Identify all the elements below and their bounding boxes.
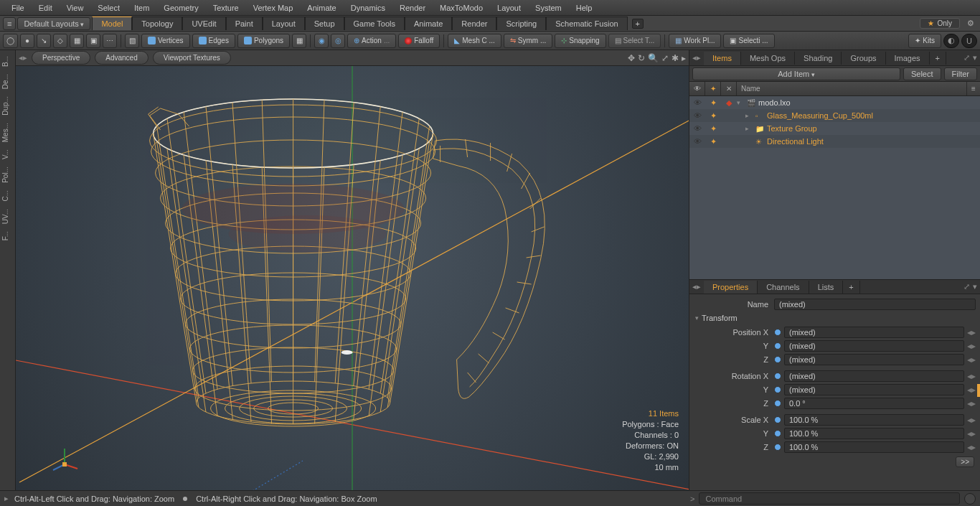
property-value-field[interactable]: (mixed) bbox=[784, 354, 964, 365]
menu-layout[interactable]: Layout bbox=[490, 1, 528, 14]
add-props-tab[interactable]: + bbox=[843, 281, 859, 294]
symmetry-dropdown[interactable]: ⇋ Symm ... bbox=[504, 34, 552, 48]
property-value-field[interactable]: (mixed) bbox=[784, 327, 964, 338]
shape-node-icon[interactable]: ◇ bbox=[53, 34, 67, 48]
menu-view[interactable]: View bbox=[60, 1, 91, 14]
property-value-field[interactable]: (mixed) bbox=[784, 384, 964, 395]
leftstrip-mes[interactable]: Mes... bbox=[0, 120, 15, 145]
items-tab[interactable]: Items bbox=[704, 52, 741, 65]
maximize-view-icon[interactable]: ⤢ bbox=[661, 53, 669, 63]
leftstrip-pol[interactable]: Pol... bbox=[0, 164, 15, 186]
property-value-field[interactable]: 100.0 % bbox=[784, 428, 964, 439]
layout-tab-schematic-fusion[interactable]: Schematic Fusion bbox=[546, 17, 627, 30]
solo-toggle[interactable]: ✦ bbox=[705, 96, 721, 109]
spinner-icon[interactable]: ◂▸ bbox=[967, 415, 976, 425]
add-item-dropdown[interactable]: Add Item bbox=[692, 67, 900, 80]
menu-geometry[interactable]: Geometry bbox=[156, 1, 205, 14]
viewport-options-icon[interactable]: ◂▸ bbox=[19, 53, 27, 62]
spinner-icon[interactable]: ◂▸ bbox=[967, 385, 976, 395]
leftstrip-c[interactable]: C... bbox=[0, 187, 15, 205]
keyframe-dot-icon[interactable] bbox=[774, 386, 781, 393]
layout-tab-setup[interactable]: Setup bbox=[305, 17, 344, 30]
solo-column-icon[interactable]: ✦ bbox=[705, 82, 721, 95]
keyframe-dot-icon[interactable] bbox=[774, 416, 781, 423]
groups-tab[interactable]: Groups bbox=[842, 52, 885, 65]
polygons-button[interactable]: Polygons bbox=[237, 34, 290, 48]
visibility-toggle[interactable]: 👁 bbox=[689, 96, 705, 109]
name-field[interactable]: (mixed) bbox=[774, 299, 976, 310]
selection-dropdown[interactable]: ▣ Selecti ... bbox=[723, 34, 774, 48]
property-value-field[interactable]: 100.0 % bbox=[784, 441, 964, 453]
solo-toggle[interactable]: ✦ bbox=[705, 109, 721, 122]
property-value-field[interactable]: (mixed) bbox=[784, 340, 964, 352]
leftstrip-de[interactable]: De... bbox=[0, 71, 15, 92]
leftstrip-dup[interactable]: Dup... bbox=[0, 93, 15, 118]
solo-toggle[interactable]: ✦ bbox=[705, 122, 721, 135]
tree-row[interactable]: 👁✦▸▫ Glass_Measuring_Cup_500ml bbox=[689, 109, 980, 122]
layout-tab-layout[interactable]: Layout bbox=[263, 17, 305, 30]
leftstrip-v[interactable]: V... bbox=[0, 146, 15, 162]
close-panel-icon[interactable]: ▾ bbox=[973, 53, 977, 62]
spinner-icon[interactable]: ◂▸ bbox=[967, 398, 976, 408]
edges-button[interactable]: Edges bbox=[192, 34, 235, 48]
layout-tab-topology[interactable]: Topology bbox=[132, 17, 182, 30]
default-layouts-dropdown[interactable]: Default Layouts bbox=[17, 17, 90, 30]
panel-options-icon[interactable]: ◂▸ bbox=[689, 53, 704, 62]
tree-item-name[interactable]: ☀ Directional Light bbox=[737, 135, 980, 148]
menu-maxtomodo[interactable]: MaxToModo bbox=[433, 1, 490, 14]
spinner-icon[interactable]: ◂▸ bbox=[967, 428, 976, 439]
engine-octane-icon[interactable]: ◐ bbox=[943, 34, 959, 48]
add-panel-tab[interactable]: + bbox=[930, 52, 946, 65]
channels-tab[interactable]: Channels bbox=[758, 281, 809, 294]
view-options-icon[interactable]: ▸ bbox=[682, 53, 686, 63]
spinner-icon[interactable]: ◂▸ bbox=[967, 327, 976, 337]
tree-row[interactable]: 👁✦◆▾🎬 modo.lxo bbox=[689, 96, 980, 109]
tree-item-name[interactable]: ▸📁 Texture Group bbox=[737, 122, 980, 135]
menu-render[interactable]: Render bbox=[392, 1, 433, 14]
shape-more-icon[interactable]: ⋯ bbox=[103, 34, 117, 48]
leftstrip-uv[interactable]: UV... bbox=[0, 206, 15, 227]
visibility-toggle[interactable]: 👁 bbox=[689, 109, 705, 122]
props-options-icon[interactable]: ◂▸ bbox=[689, 282, 704, 291]
images-tab[interactable]: Images bbox=[886, 52, 930, 65]
mesh-ops-tab[interactable]: Mesh Ops bbox=[741, 52, 795, 65]
menu-icon[interactable]: ≡ bbox=[3, 17, 16, 30]
advanced-tab[interactable]: Advanced bbox=[95, 51, 148, 65]
layout-tab-model[interactable]: Model bbox=[92, 17, 132, 30]
command-input[interactable]: Command bbox=[699, 492, 960, 505]
spinner-icon[interactable]: ◂▸ bbox=[967, 341, 976, 351]
visibility-column-icon[interactable]: 👁 bbox=[689, 82, 705, 95]
close-props-icon[interactable]: ▾ bbox=[973, 282, 977, 291]
layout-tab-paint[interactable]: Paint bbox=[226, 17, 263, 30]
component-mode-icon[interactable]: ▦ bbox=[292, 34, 306, 48]
engine-unreal-icon[interactable]: U bbox=[961, 34, 977, 48]
vertices-button[interactable]: Vertices bbox=[141, 34, 190, 48]
workplane-dropdown[interactable]: ▦ Work Pl... bbox=[669, 34, 721, 48]
layout-tab-scripting[interactable]: Scripting bbox=[496, 17, 546, 30]
expand-props-icon[interactable]: ⤢ bbox=[963, 282, 970, 291]
expand-panel-icon[interactable]: ⤢ bbox=[963, 53, 970, 62]
menu-dynamics[interactable]: Dynamics bbox=[344, 1, 392, 14]
tree-item-name[interactable]: ▾🎬 modo.lxo bbox=[737, 96, 980, 109]
layout-tab-render[interactable]: Render bbox=[452, 17, 496, 30]
kits-dropdown[interactable]: ✦ Kits bbox=[908, 34, 941, 48]
keyframe-dot-icon[interactable] bbox=[774, 329, 781, 336]
menu-edit[interactable]: Edit bbox=[32, 1, 60, 14]
pivot-icon[interactable]: ◉ bbox=[314, 34, 329, 48]
shape-circle-icon[interactable]: ◯ bbox=[3, 34, 18, 48]
add-tab-button[interactable]: + bbox=[632, 19, 644, 29]
viewport-textures-tab[interactable]: Viewport Textures bbox=[153, 51, 231, 65]
keyframe-dot-icon[interactable] bbox=[774, 400, 781, 407]
viewport-3d[interactable]: 11 Items Polygons : Face Channels : 0 De… bbox=[16, 66, 689, 490]
shape-grid-icon[interactable]: ▦ bbox=[70, 34, 84, 48]
menu-texture[interactable]: Texture bbox=[206, 1, 246, 14]
menu-file[interactable]: File bbox=[4, 1, 32, 14]
menu-help[interactable]: Help bbox=[569, 1, 600, 14]
layout-tab-uvedit[interactable]: UVEdit bbox=[182, 17, 225, 30]
view-gear-icon[interactable]: ✱ bbox=[672, 53, 679, 63]
keyframe-dot-icon[interactable] bbox=[774, 356, 781, 363]
menu-select[interactable]: Select bbox=[90, 1, 127, 14]
menu-animate[interactable]: Animate bbox=[300, 1, 343, 14]
name-column-header[interactable]: Name bbox=[737, 82, 967, 95]
keyframe-dot-icon[interactable] bbox=[774, 342, 781, 350]
